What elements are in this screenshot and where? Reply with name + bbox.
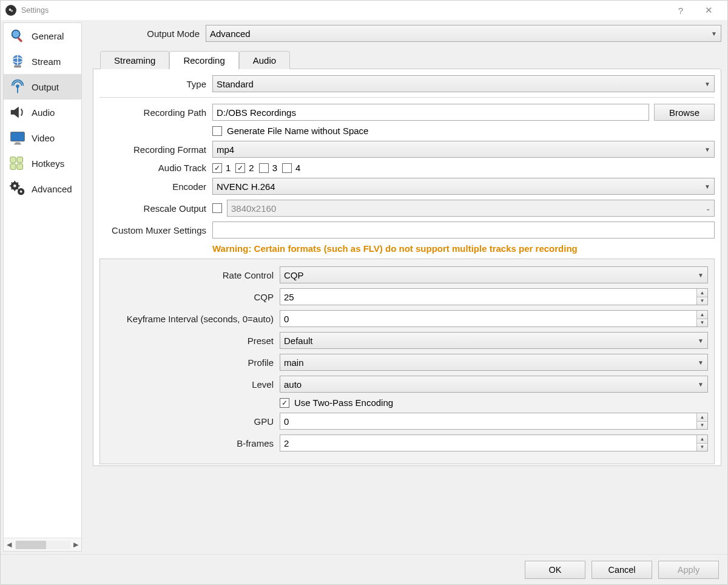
chevron-down-icon: ▼ <box>701 183 710 190</box>
cqp-label: CQP <box>106 292 280 302</box>
tab-streaming[interactable]: Streaming <box>100 51 169 69</box>
chevron-down-icon: ▼ <box>701 146 710 153</box>
video-icon <box>7 127 28 148</box>
recording-path-label: Recording Path <box>99 107 212 118</box>
settings-window: Settings ? ✕ General Stream <box>0 0 728 585</box>
window-title: Settings <box>21 6 49 15</box>
svg-rect-14 <box>17 157 22 163</box>
audio-track-2-checkbox[interactable]: ✓ <box>235 163 245 173</box>
muxer-settings-label: Custom Muxer Settings <box>99 225 212 235</box>
scroll-right-icon[interactable]: ▶ <box>70 539 81 550</box>
spinner-buttons[interactable]: ▲▼ <box>696 289 707 305</box>
recording-path-input[interactable]: D:/OBS Recordings <box>212 104 649 121</box>
sidebar-item-advanced[interactable]: Advanced <box>4 176 81 201</box>
profile-select[interactable]: main▼ <box>280 354 708 371</box>
cqp-input[interactable]: 25▲▼ <box>280 288 708 305</box>
rescale-output-select[interactable]: 3840x2160⌄ <box>227 200 715 217</box>
recording-format-select[interactable]: mp4▼ <box>212 141 715 158</box>
spinner-buttons[interactable]: ▲▼ <box>696 435 707 451</box>
hotkeys-icon <box>7 153 28 174</box>
output-mode-select[interactable]: Advanced▼ <box>206 25 721 42</box>
profile-label: Profile <box>106 357 280 368</box>
encoder-select[interactable]: NVENC H.264▼ <box>212 178 715 195</box>
tab-audio[interactable]: Audio <box>239 51 290 69</box>
preset-select[interactable]: Default▼ <box>280 332 708 349</box>
sidebar-item-general[interactable]: General <box>4 23 81 49</box>
apply-button[interactable]: Apply <box>658 561 719 579</box>
preset-label: Preset <box>106 336 280 346</box>
sidebar-item-label: General <box>32 31 64 41</box>
tab-recording-body: Type Standard▼ Recording Path D:/OBS Rec… <box>93 69 721 466</box>
audio-track-3-checkbox[interactable] <box>259 163 269 173</box>
encoder-settings-box: Rate Control CQP▼ CQP 25▲▼ Keyframe Inte… <box>99 259 715 464</box>
format-warning: Warning: Certain formats (such as FLV) d… <box>212 243 578 254</box>
type-select[interactable]: Standard▼ <box>212 75 715 92</box>
cancel-button[interactable]: Cancel <box>592 561 652 579</box>
chevron-down-icon: ▼ <box>694 272 704 279</box>
svg-rect-7 <box>14 66 21 68</box>
svg-rect-9 <box>17 87 18 93</box>
scrollbar-thumb[interactable] <box>16 541 46 549</box>
chevron-down-icon: ▼ <box>701 81 710 87</box>
help-button[interactable]: ? <box>667 1 695 20</box>
rescale-output-checkbox[interactable] <box>212 203 222 213</box>
close-button[interactable]: ✕ <box>695 1 723 20</box>
app-icon <box>5 5 16 16</box>
chevron-down-icon: ▼ <box>694 337 704 344</box>
sidebar-item-hotkeys[interactable]: Hotkeys <box>4 150 81 176</box>
sidebar-scrollbar[interactable]: ◀ ▶ <box>4 538 81 551</box>
svg-point-20 <box>20 191 22 193</box>
chevron-down-icon: ▼ <box>694 381 704 388</box>
main-panel: Output Mode Advanced▼ Streaming Recordin… <box>82 20 727 554</box>
svg-rect-11 <box>15 143 20 144</box>
audio-track-label: Audio Track <box>99 163 212 173</box>
ok-button[interactable]: OK <box>525 561 585 579</box>
level-label: Level <box>106 379 280 390</box>
spinner-buttons[interactable]: ▲▼ <box>696 311 707 326</box>
advanced-icon <box>7 178 28 199</box>
separator <box>99 97 715 98</box>
svg-rect-16 <box>17 164 22 169</box>
svg-rect-13 <box>10 157 16 163</box>
sidebar-item-audio[interactable]: Audio <box>4 100 81 125</box>
sidebar: General Stream Output <box>3 22 82 552</box>
gpu-input[interactable]: 0▲▼ <box>280 413 708 430</box>
general-icon <box>7 25 28 46</box>
svg-rect-4 <box>17 37 22 42</box>
chevron-down-icon: ⌄ <box>702 205 710 212</box>
muxer-settings-input[interactable] <box>212 221 715 238</box>
type-label: Type <box>99 79 212 89</box>
chevron-down-icon: ▼ <box>707 30 717 37</box>
gen-no-space-checkbox[interactable] <box>212 126 222 136</box>
sidebar-item-label: Hotkeys <box>32 158 64 169</box>
sidebar-item-label: Video <box>32 133 55 143</box>
keyframe-interval-input[interactable]: 0▲▼ <box>280 310 708 327</box>
titlebar: Settings ? ✕ <box>1 1 727 20</box>
audio-track-4-checkbox[interactable] <box>282 163 292 173</box>
encoder-label: Encoder <box>99 181 212 192</box>
svg-point-3 <box>12 30 20 38</box>
audio-track-1-checkbox[interactable]: ✓ <box>212 163 222 173</box>
tab-recording[interactable]: Recording <box>169 51 238 69</box>
bframes-input[interactable]: 2▲▼ <box>280 435 708 451</box>
sidebar-item-label: Audio <box>32 107 55 118</box>
svg-rect-15 <box>10 164 16 169</box>
svg-point-2 <box>11 10 13 12</box>
spinner-buttons[interactable]: ▲▼ <box>696 413 707 429</box>
stream-icon <box>7 51 28 72</box>
two-pass-checkbox[interactable]: ✓ <box>280 398 289 408</box>
level-select[interactable]: auto▼ <box>280 376 708 393</box>
sidebar-item-output[interactable]: Output <box>4 74 81 100</box>
sidebar-item-stream[interactable]: Stream <box>4 49 81 74</box>
sidebar-item-label: Output <box>32 82 59 92</box>
svg-rect-10 <box>11 132 25 141</box>
scroll-left-icon[interactable]: ◀ <box>4 539 15 550</box>
sidebar-item-video[interactable]: Video <box>4 125 81 150</box>
rate-control-select[interactable]: CQP▼ <box>280 266 708 283</box>
browse-button[interactable]: Browse <box>654 104 715 121</box>
rate-control-label: Rate Control <box>106 270 280 280</box>
svg-rect-12 <box>14 143 21 144</box>
dialog-buttons: OK Cancel Apply <box>1 554 727 584</box>
gen-no-space-label: Generate File Name without Space <box>227 126 368 136</box>
sidebar-item-label: Stream <box>32 56 61 67</box>
